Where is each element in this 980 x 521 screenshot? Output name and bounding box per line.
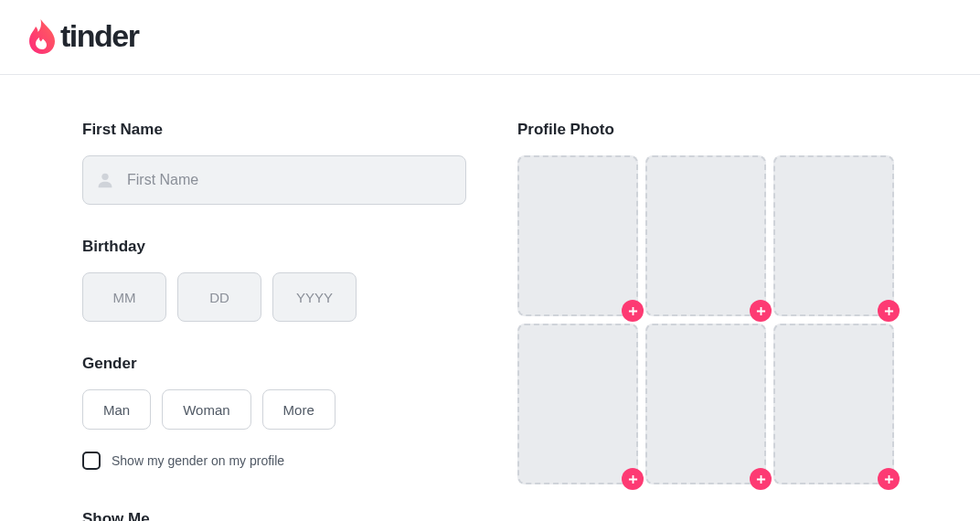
show-gender-row: Show my gender on my profile [82,452,466,470]
gender-label: Gender [82,355,466,373]
plus-icon [884,474,894,484]
birthday-row [82,272,466,322]
birthday-day-input[interactable] [177,272,261,322]
add-photo-button[interactable] [622,468,644,490]
first-name-input[interactable] [82,155,466,205]
plus-icon [756,474,766,484]
show-gender-label: Show my gender on my profile [112,453,284,468]
photo-grid [517,155,901,484]
photo-slot[interactable] [517,155,638,316]
flame-icon [26,19,55,54]
add-photo-button[interactable] [878,300,900,322]
birthday-year-input[interactable] [272,272,357,322]
add-photo-button[interactable] [878,468,900,490]
photo-slot[interactable] [645,155,766,316]
profile-photo-label: Profile Photo [517,121,901,139]
logo[interactable]: tinder [26,18,954,54]
plus-icon [756,306,766,316]
header: tinder [0,0,980,75]
svg-point-0 [101,174,108,180]
plus-icon [628,474,638,484]
photo-slot[interactable] [773,324,894,484]
gender-option-man[interactable]: Man [82,389,151,430]
gender-option-woman[interactable]: Woman [162,389,250,430]
left-column: First Name Birthday Gender Man Woman Mor… [82,121,466,521]
photo-slot[interactable] [517,324,638,484]
gender-row: Man Woman More [82,389,466,430]
show-me-label: Show Me [82,510,466,521]
photo-slot[interactable] [773,155,894,316]
add-photo-button[interactable] [750,300,772,322]
birthday-label: Birthday [82,238,466,256]
logo-text: tinder [60,18,138,54]
first-name-label: First Name [82,121,466,139]
photo-slot[interactable] [645,324,766,484]
gender-option-more[interactable]: More [262,389,336,430]
add-photo-button[interactable] [622,300,644,322]
plus-icon [884,306,894,316]
birthday-month-input[interactable] [82,272,166,322]
show-gender-checkbox[interactable] [82,452,101,470]
person-icon [95,170,115,190]
add-photo-button[interactable] [750,468,772,490]
plus-icon [628,306,638,316]
first-name-field-wrap [82,155,466,205]
form-container: First Name Birthday Gender Man Woman Mor… [0,75,980,521]
right-column: Profile Photo [517,121,901,521]
